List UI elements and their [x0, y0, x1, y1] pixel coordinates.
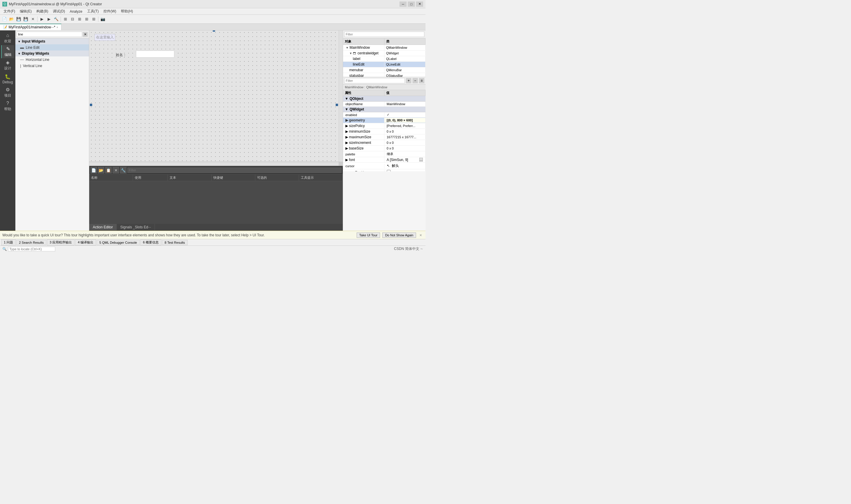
handle-bottom-right[interactable]: [336, 104, 338, 106]
props-add-button[interactable]: +: [406, 78, 411, 83]
activity-design[interactable]: ◈ 设计: [1, 59, 14, 72]
prop-section-qobject[interactable]: ▼ QObject: [343, 96, 426, 102]
action-copy-button[interactable]: 📋: [105, 167, 112, 174]
font-picker-button[interactable]: …: [419, 158, 423, 162]
widget-item-lineedit[interactable]: ▬ Line Edit: [15, 44, 89, 51]
menu-debug[interactable]: 调试(D): [51, 8, 67, 15]
handle-top-center[interactable]: [213, 31, 215, 32]
props-filter-input[interactable]: [344, 78, 405, 83]
align-left-button[interactable]: ⊞: [62, 16, 69, 22]
mousetracking-checkbox[interactable]: [387, 170, 391, 172]
prop-row-sizeincrement[interactable]: ▶ sizeIncrement 0 x 0: [343, 140, 426, 146]
save-all-button[interactable]: 💾: [22, 16, 29, 22]
align-right-button[interactable]: ⊞: [76, 16, 83, 22]
close-file-button[interactable]: ✕: [30, 16, 36, 22]
expand-basesize[interactable]: ▶: [345, 146, 348, 150]
menu-help[interactable]: 帮助(H): [119, 8, 135, 15]
activity-welcome[interactable]: ⌂ 欢迎: [1, 32, 14, 44]
prop-row-font[interactable]: ▶ font A [SimSun, 9] …: [343, 157, 426, 163]
prop-row-geometry[interactable]: ▶ geometry [(0, 0), 800 × 600]: [343, 118, 426, 123]
bottom-tab-overview[interactable]: 6 概要信息: [140, 239, 161, 246]
form-input-name[interactable]: [136, 51, 174, 58]
expand-centralwidget[interactable]: ▼: [349, 52, 352, 55]
prop-row-sizepolicy[interactable]: ▶ sizePolicy [Preferred, Preferr...: [343, 123, 426, 129]
tab-action-editor[interactable]: Action Editor: [89, 224, 117, 230]
action-new-button[interactable]: 📄: [90, 167, 97, 174]
file-tab-mainwindow[interactable]: 📝 MyFirstApp01/mainwindow···* ×: [0, 24, 61, 30]
run-button[interactable]: ▶: [39, 16, 45, 22]
prop-section-qwidget[interactable]: ▼ QWidget: [343, 107, 426, 112]
screenshot-button[interactable]: 📷: [99, 16, 106, 22]
minimize-button[interactable]: ─: [399, 1, 406, 7]
prop-row-minimumsize[interactable]: ▶ minimumSize 0 x 0: [343, 129, 426, 134]
expand-sizeincrement[interactable]: ▶: [345, 141, 348, 145]
build-button[interactable]: 🔨: [53, 16, 59, 22]
expand-mainwindow[interactable]: ▼: [346, 46, 349, 49]
prop-row-basesize[interactable]: ▶ baseSize 0 x 0: [343, 146, 426, 151]
prop-row-maximumsize[interactable]: ▶ maximumSize 16777215 x 16777...: [343, 134, 426, 140]
canvas-scrollbar-vertical[interactable]: [339, 31, 343, 162]
canvas-placeholder-text[interactable]: 在这里输入: [94, 34, 115, 41]
widget-section-display[interactable]: ▼ Display Widgets: [15, 51, 89, 56]
menu-edit[interactable]: 编辑(E): [17, 8, 34, 15]
prop-row-mousetracking[interactable]: mouseTracking: [343, 169, 426, 172]
form-designer-canvas[interactable]: 在这里输入 姓名：: [89, 31, 339, 162]
tree-row-label[interactable]: label QLabel: [343, 56, 426, 62]
tab-signals-slots[interactable]: Signals _Slots Ed···: [117, 224, 155, 230]
widget-search-clear[interactable]: ✕: [83, 32, 88, 37]
widget-section-input[interactable]: ▼ Input Widgets: [15, 38, 89, 44]
activity-edit[interactable]: ✎ 编辑: [1, 45, 14, 58]
new-file-button[interactable]: 📄: [1, 16, 8, 22]
tab-close-button[interactable]: ×: [56, 26, 58, 29]
expand-maximumsize[interactable]: ▶: [345, 135, 348, 139]
tree-row-statusbar[interactable]: statusbar QStatusBar: [343, 73, 426, 77]
locate-input[interactable]: [8, 247, 55, 251]
tree-row-mainwindow[interactable]: ▼ MainWindow QMainWindow: [343, 45, 426, 51]
align-bottom-button[interactable]: ⊞: [90, 16, 97, 22]
handle-bottom-left[interactable]: [90, 104, 92, 106]
open-file-button[interactable]: 📂: [8, 16, 15, 22]
widget-item-vline[interactable]: | Vertical Line: [15, 62, 89, 69]
activity-project[interactable]: ⚙ 项目: [1, 86, 14, 99]
activity-debug[interactable]: 🐛 Debug: [1, 72, 14, 85]
bottom-tab-search[interactable]: 2 Search Results: [16, 240, 47, 245]
action-configure-button[interactable]: 🔧: [120, 167, 126, 174]
prop-row-palette[interactable]: palette 继承: [343, 151, 426, 157]
menu-file[interactable]: 文件(F): [1, 8, 17, 15]
expand-geometry[interactable]: ▶: [345, 118, 348, 122]
do-not-show-button[interactable]: Do Not Show Again: [382, 233, 416, 238]
canvas-scrollbar-horizontal[interactable]: [89, 162, 339, 166]
bottom-tab-issues[interactable]: 1 问题: [1, 239, 16, 246]
action-filter-input[interactable]: [127, 167, 342, 173]
align-center-button[interactable]: ⊟: [69, 16, 76, 22]
bottom-tab-compilelog[interactable]: 4 编译输出: [75, 239, 96, 246]
prop-row-enabled[interactable]: enabled ✓: [343, 112, 426, 118]
props-menu-button[interactable]: ≡: [419, 78, 424, 83]
bottom-tab-appoutput[interactable]: 3 应用程序输出: [47, 239, 74, 246]
props-minus-button[interactable]: −: [413, 78, 418, 83]
expand-minimumsize[interactable]: ▶: [345, 129, 348, 133]
maximize-button[interactable]: □: [408, 1, 415, 7]
prop-row-cursor[interactable]: cursor ↖ 解头: [343, 163, 426, 169]
menu-build[interactable]: 构建(B): [34, 8, 51, 15]
debug-run-button[interactable]: ▶: [46, 16, 52, 22]
widget-item-hline[interactable]: — Horizontal Line: [15, 56, 89, 62]
activity-help[interactable]: ? 帮助: [1, 100, 14, 112]
object-filter-input[interactable]: [344, 32, 424, 37]
expand-sizepolicy[interactable]: ▶: [345, 124, 348, 128]
align-top-button[interactable]: ⊞: [83, 16, 90, 22]
menu-analyze[interactable]: Analyze: [67, 9, 85, 14]
bottom-tab-test[interactable]: 8 Test Results: [162, 240, 188, 245]
tree-row-menubar[interactable]: menubar QMenuBar: [343, 67, 426, 73]
save-file-button[interactable]: 💾: [15, 16, 22, 22]
take-tour-button[interactable]: Take UI Tour: [357, 233, 380, 238]
notification-close-button[interactable]: ×: [418, 233, 423, 237]
action-open-button[interactable]: 📂: [98, 167, 104, 174]
expand-font[interactable]: ▶: [345, 158, 348, 162]
tree-row-lineedit[interactable]: lineEdit QLineEdit: [343, 62, 426, 67]
tree-row-centralwidget[interactable]: ▼ 🗔 centralwidget QWidget: [343, 51, 426, 56]
action-delete-button[interactable]: ✕: [113, 167, 119, 174]
menu-controls[interactable]: 控件(W): [101, 8, 119, 15]
bottom-tab-qmldebugger[interactable]: 5 QML Debugger Console: [97, 240, 140, 245]
widget-search-input[interactable]: [17, 32, 82, 37]
